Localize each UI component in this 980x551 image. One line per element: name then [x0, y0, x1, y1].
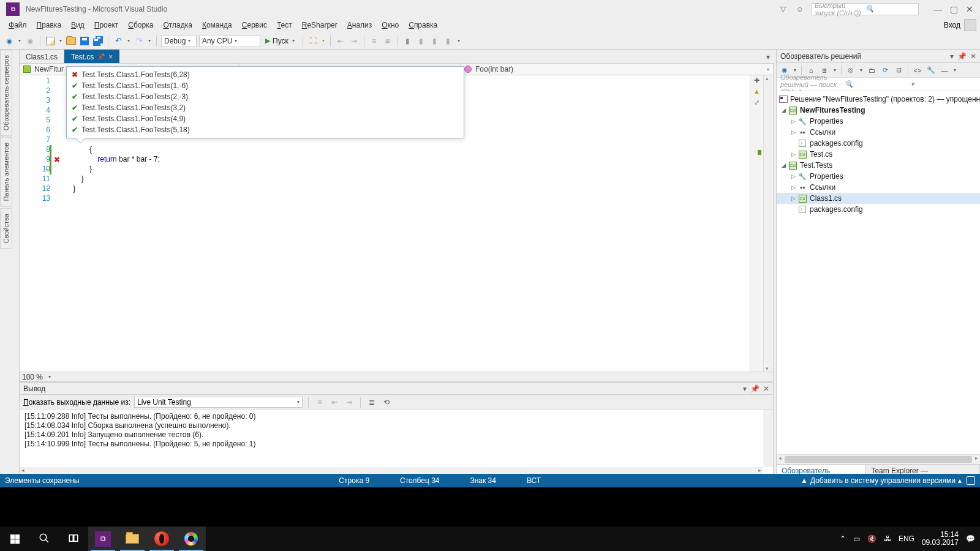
platform-dropdown[interactable]: Any CPU: [199, 35, 260, 47]
tray-notifications-icon[interactable]: 💬: [966, 534, 975, 543]
uncomment-icon[interactable]: ≢: [382, 36, 393, 47]
run-button[interactable]: ▶Пуск▾: [263, 37, 298, 45]
solexp-code-icon[interactable]: <>: [912, 65, 923, 76]
menu-item-проект[interactable]: Проект: [89, 19, 124, 31]
menu-item-правка[interactable]: Правка: [32, 19, 67, 31]
bookmark-next-icon[interactable]: ▮: [429, 36, 440, 47]
tray-language[interactable]: ENG: [899, 534, 914, 543]
output-goto-icon[interactable]: ⟲: [381, 397, 392, 408]
menu-item-сборка[interactable]: Сборка: [123, 19, 158, 31]
menu-item-окно[interactable]: Окно: [377, 19, 404, 31]
output-wrap-icon[interactable]: ≣: [366, 397, 377, 408]
tray-chevron-icon[interactable]: ⌃: [840, 534, 846, 543]
bookmark-icon[interactable]: ▮: [402, 36, 413, 47]
project-node[interactable]: ◢C#Test.Tests: [777, 160, 980, 171]
test-result-row[interactable]: ✔Test.Tests.Class1.FooTests(2,-3): [67, 91, 464, 102]
test-result-row[interactable]: ✔Test.Tests.Class1.FooTests(1,-6): [67, 80, 464, 91]
expand-icon[interactable]: ⤢: [752, 99, 762, 108]
menu-item-resharper[interactable]: ReSharper: [297, 19, 342, 31]
close-icon[interactable]: ×: [108, 54, 113, 60]
member-context-dropdown[interactable]: Foo(int bar): [461, 64, 773, 75]
zoom-dropdown[interactable]: 100 %: [20, 373, 53, 381]
output-source-dropdown[interactable]: Live Unit Testing: [134, 397, 303, 408]
output-indent-icon[interactable]: ⇤: [329, 397, 340, 408]
feedback-icon[interactable]: ☺: [794, 4, 805, 15]
menu-item-справка[interactable]: Справка: [404, 19, 442, 31]
taskbar-opera-button[interactable]: [147, 527, 176, 551]
tree-item[interactable]: ▷C#Class1.cs: [777, 193, 980, 204]
project-node[interactable]: ◢C#NewFituresTesting: [777, 105, 980, 116]
tree-item[interactable]: packages.config: [777, 138, 980, 149]
menu-item-тест[interactable]: Тест: [272, 19, 297, 31]
split-icon[interactable]: ✚: [752, 77, 762, 86]
pin-icon[interactable]: 📌: [97, 53, 105, 60]
solexp-horizontal-scrollbar[interactable]: [777, 454, 980, 464]
taskbar-explorer-button[interactable]: [118, 527, 147, 551]
editor-tab-class1-cs[interactable]: Class1.cs: [19, 50, 64, 63]
solexp-collapse-icon[interactable]: ⊟: [893, 65, 904, 76]
start-button[interactable]: [0, 527, 29, 551]
menu-item-сервис[interactable]: Сервис: [237, 19, 272, 31]
solexp-dropdown-icon[interactable]: ▾: [950, 52, 954, 61]
editor-vertical-scrollbar[interactable]: [763, 75, 773, 372]
output-pin-icon[interactable]: 📌: [750, 384, 760, 393]
open-file-button[interactable]: [66, 36, 77, 47]
tool-tab-обозреватель-серверов[interactable]: Обозреватель серверов: [0, 50, 12, 136]
solexp-refresh-icon[interactable]: ⟳: [880, 65, 891, 76]
test-result-row[interactable]: ✔Test.Tests.Class1.FooTests(3,2): [67, 102, 464, 113]
save-all-button[interactable]: [92, 36, 104, 47]
back-button[interactable]: ◉: [4, 36, 15, 47]
tree-item[interactable]: ▷🔧Properties: [777, 171, 980, 182]
quick-launch-input[interactable]: Быстрый запуск (Ctrl+Q) 🔍: [812, 3, 919, 15]
solexp-scope-icon[interactable]: ◎: [845, 65, 856, 76]
comment-icon[interactable]: ≡: [369, 36, 380, 47]
tray-clock[interactable]: 15:14 09.03.2017: [922, 531, 959, 547]
menu-item-файл[interactable]: Файл: [4, 19, 32, 31]
tree-item[interactable]: ▷▪▪Ссылки: [777, 182, 980, 193]
redo-button[interactable]: ↷: [134, 36, 145, 47]
solexp-close-icon[interactable]: ✕: [970, 52, 976, 61]
menu-item-команда[interactable]: Команда: [197, 19, 237, 31]
solexp-properties-icon[interactable]: 🔧: [925, 65, 937, 76]
task-view-button[interactable]: [59, 527, 88, 551]
output-close-icon[interactable]: ✕: [763, 384, 769, 393]
output-vertical-scrollbar[interactable]: [763, 410, 773, 467]
menu-item-анализ[interactable]: Анализ: [342, 19, 377, 31]
output-clear-icon[interactable]: ≡: [314, 397, 325, 408]
step-button-1[interactable]: ⛶: [307, 36, 318, 47]
new-file-button[interactable]: [45, 36, 56, 47]
maximize-button[interactable]: ▢: [946, 3, 962, 15]
tabs-overflow-icon[interactable]: ▾: [763, 51, 774, 63]
solexp-pin-icon[interactable]: 📌: [957, 52, 967, 61]
bookmark-clear-icon[interactable]: ▮: [443, 36, 454, 47]
solexp-preview-icon[interactable]: —: [939, 65, 950, 76]
tool-tab-свойства[interactable]: Свойства: [0, 208, 12, 249]
menu-item-вид[interactable]: Вид: [66, 19, 89, 31]
undo-button[interactable]: ↶: [113, 36, 124, 47]
notifications-filter-icon[interactable]: ▽: [777, 4, 788, 15]
test-result-row[interactable]: ✔Test.Tests.Class1.FooTests(5,18): [67, 124, 464, 135]
solexp-tree[interactable]: Решение "NewFituresTesting" (проектов: 2…: [777, 91, 980, 454]
tree-item[interactable]: ▷C#Test.cs: [777, 149, 980, 160]
tray-volume-icon[interactable]: 🔇: [867, 534, 876, 543]
output-indent2-icon[interactable]: ⇥: [344, 397, 355, 408]
taskbar-paint-button[interactable]: [176, 527, 206, 551]
indent-out-icon[interactable]: ⇤: [335, 36, 346, 47]
menu-item-отладка[interactable]: Отладка: [158, 19, 197, 31]
tray-network-icon[interactable]: 🖧: [884, 534, 891, 543]
status-badge-icon[interactable]: [967, 476, 975, 485]
tree-item[interactable]: packages.config: [777, 204, 980, 215]
tool-tab-панель-элементов[interactable]: Панель элементов: [0, 137, 12, 207]
solexp-search-input[interactable]: Обозреватель решений — поиск (Ctrl+;) 🔍▾: [777, 78, 980, 91]
editor-tab-test-cs[interactable]: Test.cs📌×: [64, 50, 119, 63]
taskbar-vs-button[interactable]: ⧉: [88, 527, 118, 551]
login-link[interactable]: Вход: [944, 21, 960, 29]
avatar-icon[interactable]: [964, 19, 976, 31]
tree-item[interactable]: ▷▪▪Ссылки: [777, 127, 980, 138]
close-button[interactable]: ✕: [962, 3, 978, 15]
test-result-row[interactable]: ✖Test.Tests.Class1.FooTests(6,28): [67, 69, 464, 80]
forward-button[interactable]: ◉: [24, 36, 36, 47]
minimize-button[interactable]: —: [930, 3, 946, 15]
solexp-showall-icon[interactable]: 🗀: [866, 65, 877, 76]
bookmark-prev-icon[interactable]: ▮: [416, 36, 427, 47]
